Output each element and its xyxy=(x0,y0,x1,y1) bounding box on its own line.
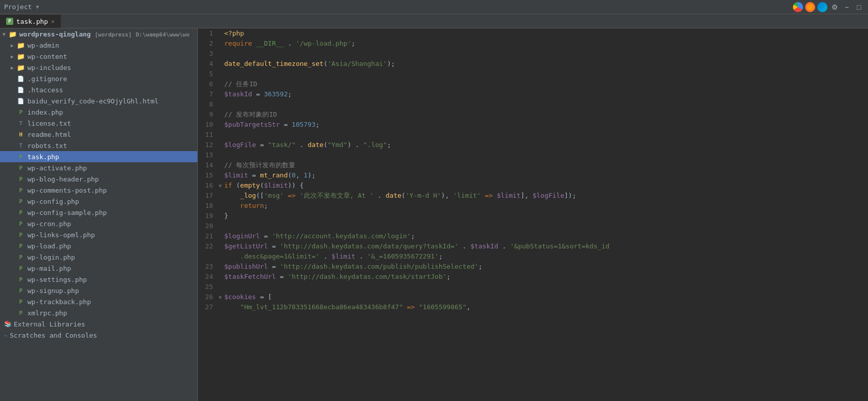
fold-marker xyxy=(216,302,224,312)
fold-marker xyxy=(216,272,224,282)
fold-marker xyxy=(216,262,224,272)
task-php-file-icon: P xyxy=(16,153,25,160)
root-arrow-icon: ▼ xyxy=(0,31,8,37)
sidebar-item-wp-includes[interactable]: ▶ 📁 wp-includes xyxy=(0,62,197,73)
editor-wrapper: 1234567891011121314151617181920212223242… xyxy=(198,28,868,401)
code-line: $taskId = 363592; xyxy=(224,89,864,99)
tab-task-php[interactable]: P task.php ✕ xyxy=(0,15,61,28)
sidebar-item-task-php[interactable]: P task.php xyxy=(0,151,197,162)
code-line xyxy=(224,130,864,140)
maximize-button[interactable]: □ xyxy=(854,2,864,12)
line-number: 21 xyxy=(200,231,213,241)
sidebar-item-label: wp-config-sample.php xyxy=(27,209,193,216)
sidebar-item-external-libraries[interactable]: 📚 External Libraries xyxy=(0,318,197,330)
sidebar-item-scratches-consoles[interactable]: ✏️ Scratches and Consoles xyxy=(0,330,197,341)
dropdown-arrow-icon[interactable]: ▼ xyxy=(36,4,39,10)
tab-file-icon: P xyxy=(6,18,13,25)
external-libraries-icon: 📚 xyxy=(4,320,12,327)
robots-file-icon: T xyxy=(16,142,25,149)
root-folder-icon: 📁 xyxy=(8,30,17,38)
sidebar-item-wp-config[interactable]: P wp-config.php xyxy=(0,196,197,207)
project-dropdown[interactable]: Project xyxy=(4,3,32,11)
code-editor[interactable]: <?phprequire __DIR__ . '/wp-load.php';da… xyxy=(224,28,868,401)
sidebar-item-wp-blog-header[interactable]: P wp-blog-header.php xyxy=(0,173,197,185)
line-number: 11 xyxy=(200,130,213,140)
sidebar-item-wp-config-sample[interactable]: P wp-config-sample.php xyxy=(0,207,197,218)
sidebar-item-wp-activate[interactable]: P wp-activate.php xyxy=(0,162,197,173)
wp-settings-file-icon: P xyxy=(16,276,25,283)
fold-marker[interactable]: ▼ xyxy=(216,180,224,191)
main-area: ▼ 📁 wordpress-qinglang [wordpress] D:\wa… xyxy=(0,28,868,401)
wp-content-arrow-icon: ▶ xyxy=(8,54,16,59)
chrome-icon[interactable] xyxy=(793,2,803,12)
sidebar-item-wp-links-opml[interactable]: P wp-links-opml.php xyxy=(0,229,197,240)
code-line xyxy=(224,99,864,110)
sidebar-item-wp-load[interactable]: P wp-load.php xyxy=(0,240,197,251)
sidebar-item-wp-mail[interactable]: P wp-mail.php xyxy=(0,263,197,274)
fold-marker[interactable]: ▼ xyxy=(216,292,224,302)
sidebar-item-label: .gitignore xyxy=(27,75,193,83)
sidebar-item-label: wp-login.php xyxy=(27,253,193,261)
htaccess-file-icon: 📄 xyxy=(16,86,25,93)
sidebar: ▼ 📁 wordpress-qinglang [wordpress] D:\wa… xyxy=(0,28,198,401)
line-number xyxy=(200,251,213,262)
sidebar-item-label: wp-includes xyxy=(27,64,193,71)
sidebar-item-wp-content[interactable]: ▶ 📁 wp-content xyxy=(0,51,197,62)
code-line xyxy=(224,69,864,79)
fold-marker xyxy=(216,140,224,150)
sidebar-item-gitignore[interactable]: 📄 .gitignore xyxy=(0,73,197,84)
sidebar-item-index-php[interactable]: P index.php xyxy=(0,106,197,118)
code-line: date_default_timezone_set('Asia/Shanghai… xyxy=(224,59,864,69)
line-number: 6 xyxy=(200,79,213,89)
sidebar-item-readme-html[interactable]: H readme.html xyxy=(0,129,197,140)
fold-marker xyxy=(216,89,224,99)
sidebar-item-wp-signup[interactable]: P wp-signup.php xyxy=(0,285,197,296)
wp-load-file-icon: P xyxy=(16,242,25,249)
sidebar-item-wp-comments-post[interactable]: P wp-comments-post.php xyxy=(0,185,197,196)
wp-cron-file-icon: P xyxy=(16,220,25,227)
line-number: 26 xyxy=(200,292,213,302)
code-line: $limit = mt_rand(0, 1); xyxy=(224,170,864,180)
sidebar-item-wp-cron[interactable]: P wp-cron.php xyxy=(0,218,197,229)
sidebar-root-item[interactable]: ▼ 📁 wordpress-qinglang [wordpress] D:\wa… xyxy=(0,28,197,40)
fold-column: ▼▼ xyxy=(216,28,224,401)
sidebar-item-wp-settings[interactable]: P wp-settings.php xyxy=(0,274,197,285)
code-line: $getListUrl = 'http://dash.keydatas.com/… xyxy=(224,241,864,251)
line-number: 5 xyxy=(200,69,213,79)
sidebar-item-wp-login[interactable]: P wp-login.php xyxy=(0,251,197,263)
sidebar-item-label: wp-config.php xyxy=(27,198,193,205)
sidebar-item-wp-admin[interactable]: ▶ 📁 wp-admin xyxy=(0,40,197,51)
edge-icon[interactable] xyxy=(817,2,827,12)
sidebar-item-xmlrpc[interactable]: P xmlrpc.php xyxy=(0,307,197,318)
fold-marker xyxy=(216,160,224,170)
fold-marker xyxy=(216,251,224,262)
sidebar-item-label: wp-links-opml.php xyxy=(27,231,193,239)
fold-marker xyxy=(216,282,224,292)
tab-close-button[interactable]: ✕ xyxy=(51,18,55,25)
sidebar-item-baidu-verify[interactable]: 📄 baidu_verify_code-ec9OjylGhl.html xyxy=(0,95,197,106)
sidebar-item-wp-trackback[interactable]: P wp-trackback.php xyxy=(0,296,197,307)
fold-marker xyxy=(216,241,224,251)
sidebar-item-label: readme.html xyxy=(27,131,193,138)
code-line: $taskFetchUrl = 'http://dash.keydatas.co… xyxy=(224,272,864,282)
sidebar-item-label: baidu_verify_code-ec9OjylGhl.html xyxy=(27,97,193,105)
fold-marker xyxy=(216,59,224,69)
sidebar-item-htaccess[interactable]: 📄 .htaccess xyxy=(0,84,197,95)
sidebar-item-license-txt[interactable]: T license.txt xyxy=(0,118,197,129)
line-number: 23 xyxy=(200,262,213,272)
title-bar: Project ▼ ⚙ − □ xyxy=(0,0,868,14)
scratches-consoles-label: Scratches and Consoles xyxy=(10,332,97,339)
fold-marker xyxy=(216,39,224,49)
sidebar-item-robots-txt[interactable]: T robots.txt xyxy=(0,140,197,151)
minimize-button[interactable]: − xyxy=(842,2,852,12)
wp-links-opml-file-icon: P xyxy=(16,231,25,238)
fold-marker xyxy=(216,49,224,59)
wp-config-file-icon: P xyxy=(16,198,25,205)
settings-button[interactable]: ⚙ xyxy=(829,2,840,12)
index-php-file-icon: P xyxy=(16,108,25,116)
fold-marker xyxy=(216,191,224,201)
code-line: $cookies = [ xyxy=(224,292,864,302)
firefox-icon[interactable] xyxy=(805,2,815,12)
line-number: 16 xyxy=(200,180,213,191)
sidebar-item-label: xmlrpc.php xyxy=(27,309,193,317)
